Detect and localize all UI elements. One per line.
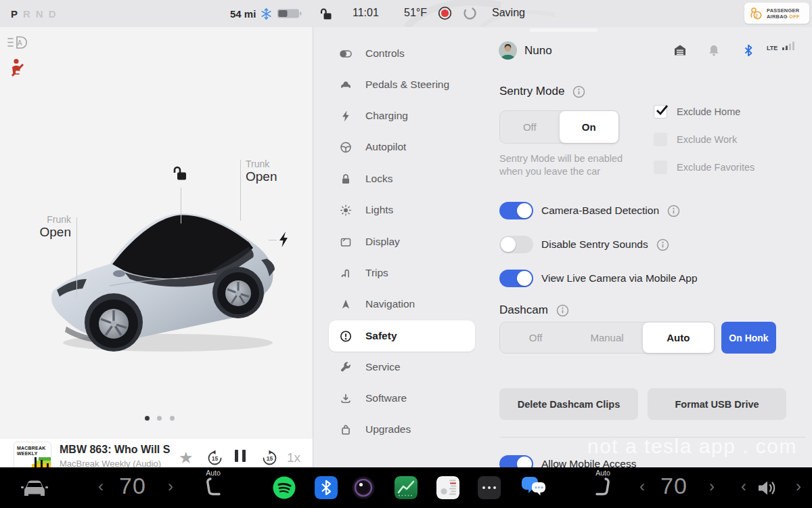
page-dot-active[interactable] [145, 416, 150, 421]
trunk-label: Trunk [246, 158, 277, 169]
sentry-sounds-label: Disable Sentry Sounds [541, 238, 648, 251]
live-camera-row: View Live Camera via Mobile App [499, 270, 698, 287]
spotify-icon[interactable] [273, 476, 296, 499]
sidebar-item-display[interactable]: Display [329, 226, 475, 257]
sidebar-item-service[interactable]: Service [329, 352, 475, 383]
car-unlocked-icon[interactable] [172, 165, 188, 181]
dashcam-title: Dashcam [499, 303, 548, 317]
record-icon [438, 6, 452, 20]
sidebar-item-safety[interactable]: Safety [329, 320, 475, 352]
charge-port-icon[interactable] [278, 232, 289, 248]
volume-down-chevron[interactable]: ‹ [741, 478, 746, 494]
passenger-temp-up-chevron[interactable]: › [709, 478, 715, 494]
exclude-work-row[interactable]: Exclude Work [654, 133, 737, 146]
sidebar-item-charging[interactable]: Charging [329, 100, 475, 131]
auto-headlight-icon: A [7, 35, 28, 50]
exclude-home-row[interactable]: Exclude Home [654, 105, 740, 119]
driver-seat-heater-icon[interactable] [204, 478, 222, 498]
trunk-pointer-line [240, 160, 241, 221]
camera-detection-info-icon[interactable] [667, 205, 680, 217]
sidebar-item-trips[interactable]: Trips [329, 257, 475, 289]
sidebar-item-pedals-steering[interactable]: Pedals & Steering [329, 69, 475, 100]
more-apps-icon[interactable] [478, 476, 501, 499]
dashcam-manual-option[interactable]: Manual [571, 322, 642, 353]
sidebar-item-lights[interactable]: Lights [329, 194, 475, 226]
scroll-hint [530, 28, 597, 32]
favorite-star-icon[interactable]: ★ [179, 450, 194, 466]
bell-icon[interactable] [708, 44, 720, 57]
sentry-off-option[interactable]: Off [500, 111, 560, 143]
garage-icon[interactable] [673, 43, 687, 57]
route-icon [340, 267, 352, 280]
sentry-sounds-toggle[interactable] [499, 236, 533, 253]
passenger-temp[interactable]: 70 [660, 473, 687, 499]
dashcam-off-option[interactable]: Off [500, 322, 571, 353]
page-dots[interactable] [145, 411, 175, 423]
sentry-mode-header: Sentry Mode [499, 85, 585, 98]
messages-app-icon[interactable] [520, 475, 547, 500]
sentry-caption: Sentry Mode will be enabled when you lea… [499, 152, 635, 178]
driver-temp-up-chevron[interactable]: › [168, 478, 173, 494]
frunk-state: Open [27, 225, 71, 240]
sidebar-item-autopilot[interactable]: Autopilot [329, 131, 475, 163]
sidebar-item-controls[interactable]: Controls [329, 38, 475, 69]
unlocked-icon[interactable] [319, 7, 333, 20]
rewind-15-icon[interactable]: 15 [206, 450, 223, 467]
seatbelt-warning-icon [9, 58, 26, 77]
frunk-pointer-line [76, 217, 77, 297]
lte-signal: LTE [767, 41, 797, 53]
volume-icon[interactable] [757, 479, 778, 497]
tuner-app-icon[interactable] [436, 476, 459, 499]
exclude-home-checkbox[interactable] [654, 105, 667, 119]
bluetooth-icon[interactable] [742, 43, 754, 58]
volume-up-chevron[interactable]: › [796, 478, 801, 494]
driver-seat-auto-label: Auto [202, 469, 225, 477]
outside-temperature: 51°F [404, 7, 427, 19]
driver-temp-down-chevron[interactable]: ‹ [98, 478, 104, 494]
exclude-favorites-checkbox[interactable] [654, 161, 667, 174]
tesla-infotainment-screen: P R N D 54 mi 11:01 51°F [0, 0, 812, 508]
trunk-status[interactable]: Trunk Open [246, 158, 277, 184]
avatar[interactable] [499, 41, 517, 60]
format-usb-drive-button[interactable]: Format USB Drive [648, 388, 786, 420]
watermark: not a tesla app . com [587, 435, 797, 458]
delete-dashcam-clips-button[interactable]: Delete Dashcam Clips [499, 388, 638, 420]
album-art-title1: MACBREAK [17, 446, 45, 451]
passenger-seat-heater-icon[interactable] [594, 478, 612, 498]
gear-n: N [36, 8, 43, 20]
page-dot[interactable] [170, 416, 175, 421]
sentry-on-option[interactable]: On [560, 111, 619, 143]
exclude-favorites-row[interactable]: Exclude Favorites [654, 161, 754, 174]
camera-detection-toggle[interactable] [499, 202, 533, 219]
on-honk-button[interactable]: On Honk [721, 322, 776, 354]
exclude-work-checkbox[interactable] [654, 133, 667, 146]
profile-row[interactable]: Nuno [499, 41, 552, 60]
dashcam-auto-option[interactable]: Auto [643, 322, 714, 353]
camera-app-icon[interactable] [352, 476, 375, 499]
sidebar-item-locks[interactable]: Locks [329, 163, 475, 194]
stocks-app-icon[interactable] [394, 476, 418, 499]
dashcam-info-icon[interactable] [556, 304, 569, 317]
driver-temp[interactable]: 70 [119, 473, 146, 499]
bluetooth-app-icon[interactable] [315, 476, 338, 499]
svg-text:2: 2 [755, 13, 758, 18]
playback-rate[interactable]: 1x [287, 450, 300, 465]
battery-icon [277, 7, 302, 20]
sidebar-item-software[interactable]: Software [329, 383, 475, 414]
car-controls-icon[interactable] [20, 480, 49, 497]
saving-spinner-icon [463, 6, 477, 20]
sidebar-item-upgrades[interactable]: Upgrades [329, 414, 475, 445]
sentry-sounds-info-icon[interactable] [656, 238, 669, 251]
sidebar-item-navigation[interactable]: Navigation [329, 289, 475, 320]
profile-name: Nuno [524, 44, 552, 58]
sentry-info-icon[interactable] [572, 85, 585, 98]
alert-circle-icon [340, 330, 352, 343]
forward-15-icon[interactable]: 15 [261, 450, 278, 467]
passenger-temp-down-chevron[interactable]: ‹ [639, 478, 645, 494]
gear-indicator[interactable]: P R N D [11, 8, 56, 20]
forward-seconds: 15 [267, 455, 273, 462]
frunk-status[interactable]: Frunk Open [27, 214, 71, 240]
live-camera-toggle[interactable] [499, 270, 533, 287]
pause-button[interactable] [235, 450, 246, 465]
page-dot[interactable] [157, 416, 162, 421]
